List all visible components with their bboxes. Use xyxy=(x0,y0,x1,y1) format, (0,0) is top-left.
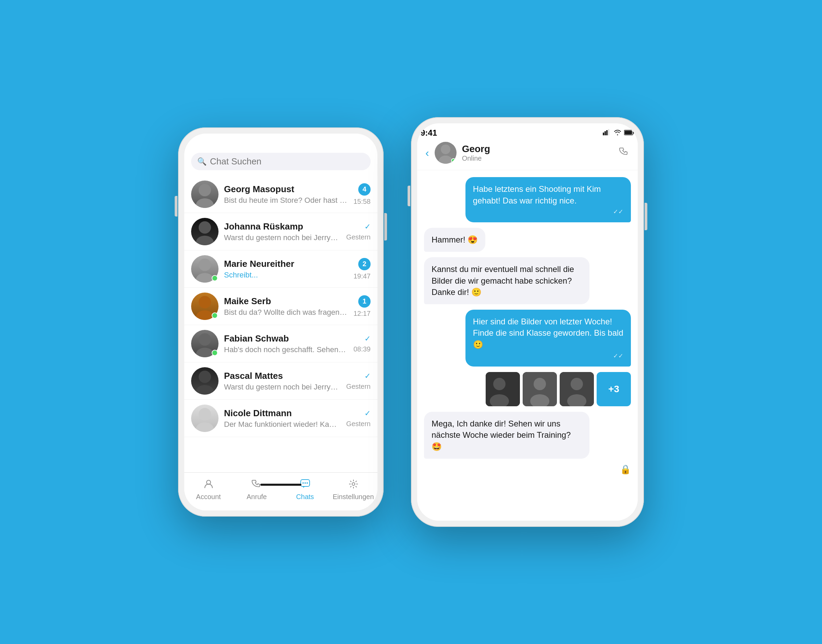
chat-item[interactable]: Marie Neureither Schreibt... 2 19:47 xyxy=(184,250,377,288)
badge: 4 xyxy=(358,183,370,196)
chat-name: Marie Neureither xyxy=(224,259,348,269)
svg-point-17 xyxy=(305,482,306,484)
nav-item-chats[interactable]: Chats xyxy=(281,476,329,504)
header-contact-info: Georg Online xyxy=(462,144,490,163)
left-status-bar xyxy=(184,133,377,147)
lock-icon: 🔒 xyxy=(620,464,631,475)
chat-item[interactable]: Maike Serb Bist du da? Wollte dich was f… xyxy=(184,288,377,325)
right-status-bar: 9:41 xyxy=(417,123,638,140)
back-button[interactable]: ‹ xyxy=(426,147,429,159)
online-indicator xyxy=(212,350,218,356)
nav-item-settings[interactable]: Einstellungen xyxy=(329,476,377,504)
avatar-wrap xyxy=(191,330,219,357)
chat-preview: Bist du da? Wollte dich was fragen bezüg… xyxy=(224,308,348,317)
status-icons xyxy=(603,129,634,137)
chat-meta: ✓ Gestern xyxy=(346,409,370,428)
right-phone-inner: 9:41 ‹ xyxy=(417,123,638,521)
photo-thumb xyxy=(486,372,520,406)
chat-time: 08:39 xyxy=(354,345,370,353)
nav-item-calls[interactable]: Anrufe xyxy=(233,476,281,504)
message-tick: ✓✓ xyxy=(473,208,623,216)
online-indicator xyxy=(212,313,218,319)
svg-point-11 xyxy=(196,385,214,395)
photo-thumb xyxy=(560,372,594,406)
chat-info: Maike Serb Bist du da? Wollte dich was f… xyxy=(224,296,348,317)
svg-point-13 xyxy=(196,422,214,432)
badge: 1 xyxy=(358,295,370,308)
avatar-wrap xyxy=(191,218,219,245)
svg-rect-26 xyxy=(625,130,632,134)
chat-name: Fabian Schwab xyxy=(224,333,348,344)
checkmark-icon: ✓ xyxy=(364,409,370,418)
settings-icon xyxy=(348,479,358,492)
left-phone: 🔍 Georg Masopust Bist du heute im Store?… xyxy=(178,127,384,517)
message-text: Mega, Ich danke dir! Sehen wir uns nächs… xyxy=(432,419,571,451)
chat-item[interactable]: Pascal Mattes Warst du gestern noch bei … xyxy=(184,362,377,400)
scene: 🔍 Georg Masopust Bist du heute im Store?… xyxy=(0,0,822,644)
search-input[interactable] xyxy=(210,156,364,167)
svg-point-12 xyxy=(199,408,211,420)
chat-info: Georg Masopust Bist du heute im Store? O… xyxy=(224,184,348,205)
svg-rect-21 xyxy=(605,131,606,135)
nav-label: Einstellungen xyxy=(332,493,373,501)
avatar xyxy=(191,367,219,395)
svg-point-19 xyxy=(352,483,355,485)
wifi-icon xyxy=(614,129,621,137)
search-bar[interactable]: 🔍 xyxy=(191,153,370,170)
avatar-wrap xyxy=(191,181,219,208)
call-button[interactable] xyxy=(619,147,629,159)
chat-item[interactable]: Nicole Dittmann Der Mac funktioniert wie… xyxy=(184,400,377,437)
chat-header: ‹ Georg Online xyxy=(417,140,638,170)
message-bubble: Kannst du mir eventuell mal schnell die … xyxy=(424,257,589,304)
message-bubble: Hammer! 😍 xyxy=(424,228,485,252)
svg-point-18 xyxy=(306,482,308,484)
chat-time: 15:58 xyxy=(354,198,370,205)
chat-meta: 1 12:17 xyxy=(354,295,370,317)
chat-time: Gestern xyxy=(346,420,370,428)
checkmark-icon: ✓ xyxy=(364,222,370,231)
svg-point-0 xyxy=(199,184,211,196)
chat-time: 19:47 xyxy=(354,272,370,280)
right-phone: 9:41 ‹ xyxy=(411,117,644,527)
avatar-wrap xyxy=(191,367,219,395)
nav-item-account[interactable]: Account xyxy=(184,476,233,504)
chat-meta: ✓ 08:39 xyxy=(354,334,370,353)
chat-item[interactable]: Johanna Rüskamp Warst du gestern noch be… xyxy=(184,213,377,250)
svg-point-5 xyxy=(196,273,214,283)
message-text: Kannst du mir eventuell mal schnell die … xyxy=(432,264,574,297)
chat-info: Marie Neureither Schreibt... xyxy=(224,259,348,279)
chat-item[interactable]: Fabian Schwab Hab's doch noch geschafft.… xyxy=(184,325,377,362)
chat-preview: Warst du gestern noch bei Jerry? Hab nic… xyxy=(224,233,341,242)
chat-info: Nicole Dittmann Der Mac funktioniert wie… xyxy=(224,408,341,429)
checkmark-icon: ✓ xyxy=(364,334,370,343)
online-indicator xyxy=(212,275,218,281)
svg-point-1 xyxy=(196,198,214,208)
svg-point-36 xyxy=(571,378,583,390)
nav-label: Anrufe xyxy=(246,493,267,501)
svg-rect-23 xyxy=(608,129,609,135)
svg-point-4 xyxy=(199,259,211,271)
search-icon: 🔍 xyxy=(197,157,207,166)
chat-time: 12:17 xyxy=(354,310,370,317)
account-icon xyxy=(204,479,214,492)
svg-rect-20 xyxy=(603,133,604,135)
home-indicator xyxy=(260,484,302,486)
chat-name: Maike Serb xyxy=(224,296,348,307)
chats-icon xyxy=(300,479,310,492)
chat-item[interactable]: Georg Masopust Bist du heute im Store? O… xyxy=(184,176,377,213)
chat-name: Nicole Dittmann xyxy=(224,408,341,419)
svg-point-28 xyxy=(439,155,452,164)
svg-point-27 xyxy=(441,144,450,154)
avatar-wrap xyxy=(191,405,219,432)
chat-preview: Warst du gestern noch bei Jerry? Hab nic… xyxy=(224,383,341,391)
svg-point-9 xyxy=(196,348,214,357)
message-bubble: Mega, Ich danke dir! Sehen wir uns nächs… xyxy=(424,412,589,458)
message-text: Habe letztens ein Shooting mit Kim gehab… xyxy=(473,184,601,205)
message-bubble: Habe letztens ein Shooting mit Kim gehab… xyxy=(465,177,631,222)
battery-icon xyxy=(624,129,634,137)
avatar xyxy=(191,218,219,245)
nav-label: Account xyxy=(196,493,220,501)
avatar-wrap xyxy=(191,255,219,283)
message-bubble: Hier sind die Bilder von letzter Woche! … xyxy=(465,310,631,366)
svg-point-8 xyxy=(199,333,211,346)
